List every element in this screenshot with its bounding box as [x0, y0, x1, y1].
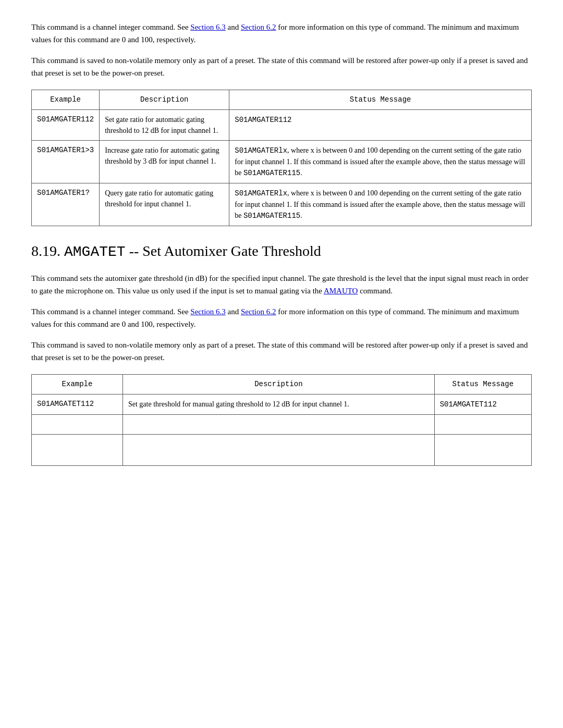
table-1-col-example: Example: [32, 90, 100, 110]
section-number: 8.19.: [31, 243, 60, 259]
table-2-row2-status: [434, 415, 531, 435]
section-paragraph-3: This command is saved to non-volatile me…: [31, 339, 532, 364]
section-para2-and: and: [228, 307, 241, 316]
intro-paragraph-2: This command is saved to non-volatile me…: [31, 54, 532, 79]
table-row: S01AMGATER1>3 Increase gate ratio for au…: [32, 141, 532, 183]
table-row: [32, 435, 532, 466]
intro-paragraph-1: This command is a channel integer comman…: [31, 21, 532, 46]
intro-text-2: This command is saved to non-volatile me…: [31, 56, 528, 77]
table-2-row2-desc: [123, 415, 434, 435]
table-1-col-status: Status Message: [229, 90, 532, 110]
table-1-row2-example: S01AMGATER1>3: [32, 141, 100, 183]
table-1-row1-example: S01AMGATER112: [32, 110, 100, 141]
table-2-row3-status: [434, 435, 531, 466]
table-2-row3-example: [32, 435, 123, 466]
table-2-col-description: Description: [123, 375, 434, 394]
section-para3-text: This command is saved to non-volatile me…: [31, 341, 528, 362]
table-row: S01AMGATET112 Set gate threshold for man…: [32, 394, 532, 415]
section-command: AMGATET: [64, 244, 126, 260]
table-1-row3-example: S01AMGATER1?: [32, 183, 100, 226]
table-2-col-example: Example: [32, 375, 123, 394]
section-para1-text: This command sets the automixer gate thr…: [31, 274, 529, 295]
section-paragraph-1: This command sets the automixer gate thr…: [31, 272, 532, 297]
table-1-row2-status: S01AMGATERlx, where x is between 0 and 1…: [229, 141, 532, 183]
table-2-row1-status: S01AMGATET112: [434, 394, 531, 415]
section-paragraph-2: This command is a channel integer comman…: [31, 305, 532, 330]
table-2-row3-desc: [123, 435, 434, 466]
section-title: -- Set Automixer Gate Threshold: [129, 243, 321, 259]
table-1-row3-desc: Query gate ratio for automatic gating th…: [100, 183, 229, 226]
table-1-row2-desc: Increase gate ratio for automatic gating…: [100, 141, 229, 183]
section-62-link-2[interactable]: Section 6.2: [241, 307, 276, 316]
section-para1-end: command.: [360, 287, 393, 295]
table-1-header-row: Example Description Status Message: [32, 90, 532, 110]
table-1-row1-status: S01AMGATER112: [229, 110, 532, 141]
section-62-link-1[interactable]: Section 6.2: [241, 23, 276, 31]
table-1-row3-status: S01AMGATERlx, where x is between 0 and 1…: [229, 183, 532, 226]
table-2: Example Description Status Message S01AM…: [31, 374, 532, 466]
table-2-row2-example: [32, 415, 123, 435]
table-1: Example Description Status Message S01AM…: [31, 90, 532, 226]
section-para2-start: This command is a channel integer comman…: [31, 307, 189, 316]
table-2-row1-desc: Set gate threshold for manual gating thr…: [123, 394, 434, 415]
table-2-header-row: Example Description Status Message: [32, 375, 532, 394]
intro-and-1: and: [228, 23, 241, 31]
section-63-link-1[interactable]: Section 6.3: [190, 23, 226, 31]
table-1-col-description: Description: [100, 90, 229, 110]
section-heading-8-19: 8.19. AMGATET -- Set Automixer Gate Thre…: [31, 242, 532, 262]
table-row: S01AMGATER1? Query gate ratio for automa…: [32, 183, 532, 226]
table-2-row1-example: S01AMGATET112: [32, 394, 123, 415]
table-1-row1-desc: Set gate ratio for automatic gating thre…: [100, 110, 229, 141]
table-row: [32, 415, 532, 435]
intro-text-start: This command is a channel integer comman…: [31, 23, 189, 31]
table-2-col-status: Status Message: [434, 375, 531, 394]
table-row: S01AMGATER112 Set gate ratio for automat…: [32, 110, 532, 141]
section-63-link-2[interactable]: Section 6.3: [190, 307, 226, 316]
amauto-link[interactable]: AMAUTO: [324, 287, 358, 295]
